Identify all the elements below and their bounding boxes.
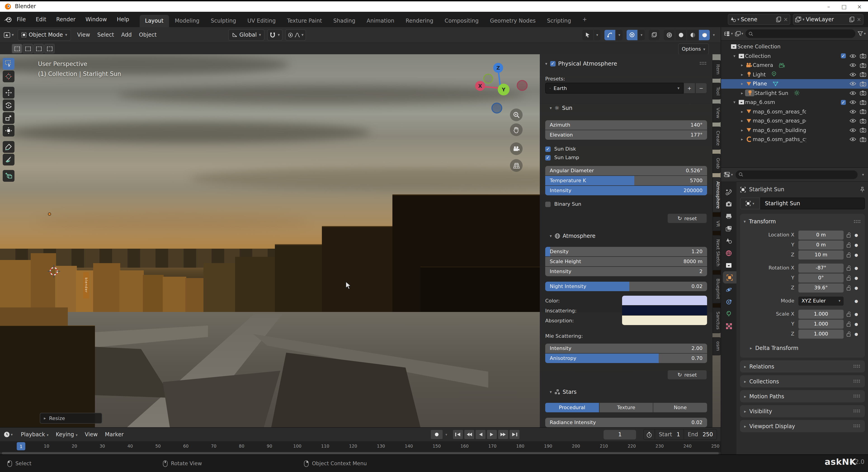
properties-search-input[interactable]	[736, 170, 858, 179]
disclosure-icon[interactable]: ▸	[739, 119, 745, 123]
value-field[interactable]: 1.000	[798, 319, 844, 328]
stopwatch-icon[interactable]	[644, 432, 655, 437]
timeline-menu-keying[interactable]: Keying ▾	[52, 431, 81, 438]
properties-options-caret[interactable]: ▾	[860, 172, 866, 177]
object-name-field[interactable]: Starlight Sun	[761, 197, 865, 209]
transport-jump-last-button[interactable]	[509, 430, 520, 439]
animate-dot[interactable]: ●	[854, 243, 859, 247]
menu-window[interactable]: Window	[81, 16, 112, 23]
operator-panel[interactable]: ▸ Resize	[40, 413, 102, 423]
disclosure-icon[interactable]: ▸	[739, 82, 745, 86]
properties-tab-view-layer[interactable]	[721, 222, 737, 234]
unlink-scene-icon[interactable]: ×	[783, 16, 788, 23]
value-field[interactable]: 10 m	[798, 250, 844, 259]
maximize-button[interactable]: □	[836, 3, 852, 10]
hide-eye-icon[interactable]	[849, 63, 856, 68]
timeline-menu-playback[interactable]: Playback ▾	[17, 431, 52, 438]
collection-checkbox[interactable]: ✓	[841, 100, 846, 105]
workspace-tab-geometry-nodes[interactable]: Geometry Nodes	[485, 15, 541, 27]
sidebar-tab-tool[interactable]: Tool	[712, 83, 721, 100]
scene-selector[interactable]: ▾ Scene ×	[728, 14, 790, 25]
checkbox-row-sun-disk[interactable]: ✓Sun Disk	[545, 145, 707, 153]
transform-orientation-dropdown[interactable]: Global ▾	[228, 29, 265, 40]
slider-temperature-k[interactable]: Temperature K5700	[545, 176, 707, 185]
menu-file[interactable]: File	[12, 16, 31, 23]
viewport-menu-select[interactable]: Select	[94, 32, 118, 38]
value-field[interactable]: 0 m	[798, 240, 844, 249]
current-frame-field[interactable]: 1	[604, 430, 636, 439]
panel-motion-paths[interactable]: ▸Motion Paths	[740, 390, 865, 402]
workspace-tab-compositing[interactable]: Compositing	[439, 15, 484, 27]
slider-mie-anisotropy[interactable]: Anisotropy0.70	[545, 353, 707, 363]
atmo-reset-button[interactable]: ↻ reset	[667, 370, 707, 380]
enable-checkbox[interactable]: ✓	[550, 61, 555, 66]
workspace-tab-modeling[interactable]: Modeling	[169, 15, 205, 27]
transport-rew-button[interactable]	[464, 430, 475, 439]
remove-viewlayer-icon[interactable]: ×	[857, 16, 861, 23]
axis-neg-y-ball[interactable]	[483, 74, 493, 84]
stars-section-header[interactable]: ▾ Stars	[550, 389, 707, 395]
blender-menu-icon[interactable]	[4, 17, 12, 22]
sidebar-tab-grab[interactable]: Grab	[712, 154, 721, 173]
timeline-menu-view[interactable]: View	[81, 431, 101, 438]
lock-open-icon[interactable]	[844, 252, 854, 257]
binary-sun-checkbox[interactable]	[545, 201, 551, 207]
disable-render-camera-icon[interactable]	[860, 82, 866, 86]
panel-header[interactable]: ▾ ✓ Physical Atmosphere	[545, 60, 707, 67]
mode-dropdown[interactable]: Object Mode ▾	[18, 29, 71, 40]
slider-elevation[interactable]: Elevation177°	[545, 130, 707, 140]
drag-grip-icon[interactable]	[854, 220, 861, 224]
select-mode-new[interactable]	[12, 44, 22, 53]
select-mode-extend[interactable]	[23, 44, 33, 53]
disable-render-camera-icon[interactable]	[860, 109, 866, 114]
disclosure-icon[interactable]: ▸	[739, 63, 745, 68]
hide-eye-icon[interactable]	[849, 119, 856, 123]
properties-tab-constraints[interactable]	[721, 296, 737, 308]
properties-tab-texture[interactable]	[721, 320, 737, 332]
outliner-row-map-6-osm-paths-cy[interactable]: ▸map_6.osm_paths_cy	[721, 135, 868, 144]
disable-render-camera-icon[interactable]	[860, 63, 866, 68]
sidebar-tab-item[interactable]: Item	[712, 60, 721, 79]
disable-render-camera-icon[interactable]	[860, 100, 866, 105]
editor-type-button[interactable]: ▾	[4, 32, 14, 38]
outliner-row-map-6-osm-areas-foc[interactable]: ▸map_6.osm_areas_foc	[721, 107, 868, 116]
preset-remove-button[interactable]: −	[695, 83, 707, 94]
color-swatch[interactable]	[622, 316, 707, 325]
hide-eye-icon[interactable]	[849, 54, 856, 58]
value-field[interactable]: 1.000	[798, 310, 844, 318]
disable-render-camera-icon[interactable]	[860, 91, 866, 96]
workspace-tab-animation[interactable]: Animation	[361, 15, 400, 27]
camera-view-button[interactable]	[510, 143, 523, 155]
id-type-button[interactable]: ▾	[740, 197, 760, 209]
add-workspace-button[interactable]: +	[577, 13, 592, 26]
panel-collections[interactable]: ▸Collections	[740, 375, 865, 387]
disable-render-camera-icon[interactable]	[860, 72, 866, 77]
sun-reset-button[interactable]: ↻ reset	[667, 213, 707, 223]
disclosure-icon[interactable]: ▸	[739, 91, 745, 95]
disable-render-camera-icon[interactable]	[860, 128, 866, 133]
hide-eye-icon[interactable]	[849, 137, 856, 142]
axis-gizmo[interactable]: Z X Y	[472, 60, 528, 116]
lock-open-icon[interactable]	[844, 232, 854, 238]
new-scene-icon[interactable]	[776, 17, 781, 22]
shading-caret[interactable]: ▾	[711, 30, 717, 40]
sidebar-tab-view[interactable]: View	[712, 103, 721, 122]
slider-intensity[interactable]: Intensity200000	[545, 186, 707, 195]
panel-viewport-display[interactable]: ▸Viewport Display	[740, 420, 865, 432]
select-mode-subtract[interactable]	[33, 44, 44, 53]
lock-open-icon[interactable]	[844, 265, 854, 271]
hide-eye-icon[interactable]	[849, 100, 856, 105]
animate-dot[interactable]: ●	[854, 298, 859, 303]
axis-neg-z-ball[interactable]	[491, 103, 502, 114]
value-field[interactable]: 0°	[798, 273, 844, 282]
tool-add-cube[interactable]	[3, 170, 14, 182]
axis-y-ball[interactable]: Y	[498, 84, 509, 95]
binary-sun-row[interactable]: Binary Sun	[545, 200, 707, 209]
delta-transform-header[interactable]: ▸ Delta Transform	[744, 343, 861, 353]
pan-button[interactable]	[510, 123, 523, 136]
tool-transform[interactable]	[3, 125, 14, 136]
viewport-menu-view[interactable]: View	[73, 32, 94, 38]
transport-play-button[interactable]	[487, 430, 498, 439]
disable-render-camera-icon[interactable]	[860, 119, 866, 123]
timeline-menu-marker[interactable]: Marker	[101, 431, 127, 438]
